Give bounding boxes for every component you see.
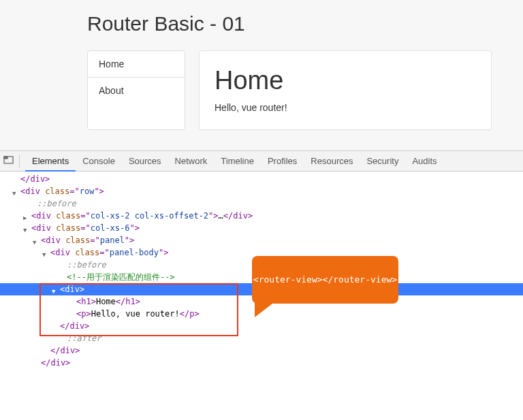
tab-timeline[interactable]: Timeline — [214, 151, 261, 172]
app-area: Router Basic - 01 Home About Home Hello,… — [0, 0, 523, 150]
dom-line[interactable]: ▶<div class="col-xs-2 col-xs-offset-2">…… — [0, 210, 523, 222]
nav-item-home[interactable]: Home — [88, 51, 185, 78]
nav-item-about[interactable]: About — [88, 78, 185, 103]
tabbar-separator — [19, 155, 20, 167]
dom-line[interactable]: ▼<div class="panel"> — [0, 234, 523, 246]
dom-line[interactable]: </div> — [0, 344, 523, 357]
tab-resources[interactable]: Resources — [304, 151, 360, 172]
tab-profiles[interactable]: Profiles — [261, 151, 304, 172]
dom-line[interactable]: </div> — [0, 173, 523, 185]
svg-rect-1 — [4, 157, 7, 159]
dom-line[interactable]: ::after — [0, 332, 523, 344]
tab-audits[interactable]: Audits — [405, 151, 443, 172]
tab-console[interactable]: Console — [76, 151, 122, 172]
content-panel: Home Hello, vue router! — [199, 50, 492, 130]
panel-text: Hello, vue router! — [215, 102, 476, 113]
annotation-callout-tail — [255, 300, 278, 317]
panel-heading: Home — [215, 66, 476, 95]
elements-tree[interactable]: </div> ▼<div class="row"> ::before ▶<div… — [0, 172, 523, 376]
dom-line[interactable]: </div> — [0, 320, 523, 332]
tab-security[interactable]: Security — [360, 151, 405, 172]
dom-line[interactable]: </div> — [0, 357, 523, 369]
tab-sources[interactable]: Sources — [122, 151, 168, 172]
annotation-callout: <router-view></router-view> — [252, 256, 398, 304]
dom-line[interactable]: ▼<div class="col-xs-6"> — [0, 222, 523, 234]
inspect-icon[interactable] — [0, 151, 16, 172]
dom-line[interactable]: ▼<div class="row"> — [0, 185, 523, 197]
devtools-tabbar: Elements Console Sources Network Timelin… — [0, 151, 523, 172]
nav-list: Home About — [87, 50, 185, 130]
dom-line[interactable]: ::before — [0, 197, 523, 210]
page-title: Router Basic - 01 — [87, 12, 523, 35]
tab-elements[interactable]: Elements — [25, 151, 76, 172]
tab-network[interactable]: Network — [168, 151, 215, 172]
annotation-callout-text: <router-view></router-view> — [253, 274, 397, 286]
devtools: Elements Console Sources Network Timelin… — [0, 150, 523, 376]
app-row: Home About Home Hello, vue router! — [87, 50, 523, 130]
